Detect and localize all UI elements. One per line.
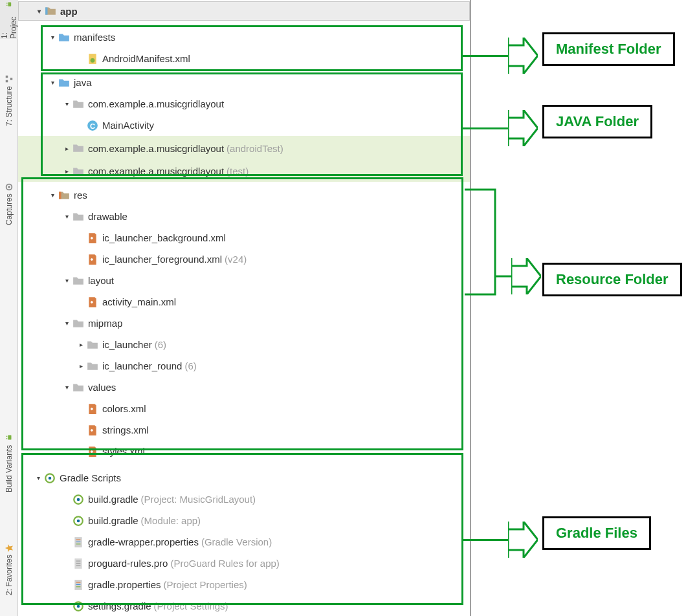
callout-gradle: Gradle Files [542, 516, 651, 550]
tree-label: gradle-wrapper.properties [88, 536, 199, 547]
arrow-manifest [463, 38, 538, 74]
tree-node-drawable[interactable]: ▾ drawable [18, 206, 470, 227]
package-icon [72, 142, 84, 154]
tree-file-build-gradle-module[interactable]: ▾ build.gradle (Module: app) [18, 510, 470, 531]
caret-right-icon[interactable]: ▸ [75, 360, 87, 372]
properties-file-icon [72, 536, 84, 548]
caret-right-icon[interactable]: ▸ [75, 339, 87, 351]
xml-file-icon [87, 446, 98, 457]
tree-file-gradle-properties[interactable]: ▾ gradle.properties (Project Properties) [18, 574, 470, 595]
tree-root-app[interactable]: ▾ app [18, 1, 470, 21]
folder-icon [72, 382, 84, 393]
tree-label: app [60, 6, 78, 17]
callout-manifest: Manifest Folder [542, 32, 675, 66]
caret-down-icon[interactable]: ▾ [61, 211, 72, 223]
tree-node-ic-launcher[interactable]: ▸ ic_launcher (6) [18, 334, 470, 355]
structure-tab[interactable]: 7: Structure [0, 58, 18, 142]
favorites-tab[interactable]: 2: Favorites [0, 531, 18, 608]
captures-tab[interactable]: Captures [0, 168, 18, 239]
folder-icon [72, 211, 84, 223]
tree-node-layout[interactable]: ▾ layout [18, 270, 470, 291]
tree-node-mipmap[interactable]: ▾ mipmap [18, 313, 470, 334]
captures-tab-label: Captures [5, 194, 14, 226]
project-tab[interactable]: 1: Projec [0, 0, 18, 39]
tree-file-styles[interactable]: ▾ styles.xml [18, 441, 470, 462]
structure-icon [5, 74, 14, 83]
tree-file-launcher-fg[interactable]: ▾ ic_launcher_foreground.xml (v24) [18, 248, 470, 270]
tree-file-proguard-rules[interactable]: ▾ proguard-rules.pro (ProGuard Rules for… [18, 553, 470, 574]
xml-file-icon [87, 296, 98, 308]
caret-down-icon[interactable]: ▾ [47, 190, 58, 201]
star-icon [5, 544, 14, 553]
callout-label: Manifest Folder [556, 41, 661, 57]
tree-node-manifests[interactable]: ▾ manifests [18, 27, 470, 48]
tree-label: res [74, 190, 87, 201]
build-variants-tab[interactable]: Build Variants [0, 414, 18, 511]
tree-label: MainActivity [102, 120, 154, 131]
caret-down-icon[interactable]: ▾ [47, 77, 58, 89]
tree-node-values[interactable]: ▾ values [18, 377, 470, 398]
tree-node-package-androidtest[interactable]: ▸ com.example.a.musicgridlayout (android… [18, 136, 470, 160]
tree-file-strings[interactable]: ▾ strings.xml [18, 419, 470, 441]
tree-hint: (androidTest) [227, 143, 283, 154]
caret-right-icon[interactable]: ▸ [61, 142, 72, 154]
arrow-resource-bracket [463, 184, 547, 430]
gradle-icon [72, 494, 84, 505]
project-tree-panel: ▾ app ▾ manifests ▾ AndroidManifest.xml … [18, 0, 471, 616]
tree-node-package-test[interactable]: ▸ com.example.a.musicgridlayout (test) [18, 160, 470, 182]
gradle-icon [72, 515, 84, 527]
tool-window-gutter: 1: Projec 7: Structure Captures Build Va… [0, 0, 18, 616]
tree-node-gradle-scripts[interactable]: ▾ Gradle Scripts [18, 467, 470, 489]
tree-label: ic_launcher_background.xml [102, 232, 226, 243]
caret-down-icon[interactable]: ▾ [61, 275, 72, 287]
structure-tab-label: 7: Structure [5, 86, 14, 126]
tree-label: activity_main.xml [102, 296, 176, 307]
tree-label: styles.xml [102, 446, 145, 457]
tree-file-gradle-wrapper-properties[interactable]: ▾ gradle-wrapper.properties (Gradle Vers… [18, 531, 470, 553]
tree-label: colors.xml [102, 403, 146, 414]
tree-label: values [88, 382, 116, 393]
arrow-resource [511, 258, 541, 294]
callout-label: Gradle Files [556, 525, 637, 541]
tree-label: ic_launcher [102, 339, 152, 350]
tree-label: Gradle Scripts [60, 472, 121, 483]
tree-label: build.gradle [88, 494, 138, 505]
folder-icon [87, 360, 98, 372]
favorites-tab-label: 2: Favorites [5, 555, 14, 596]
tree-label: com.example.a.musicgridlayout [88, 166, 224, 177]
res-folder-icon [58, 190, 70, 201]
tree-hint: (Project: MusicGridLayout) [141, 494, 256, 505]
caret-down-icon[interactable]: ▾ [33, 5, 45, 17]
tree-node-java[interactable]: ▾ java [18, 72, 470, 93]
xml-file-icon [87, 424, 98, 436]
tree-label: build.gradle [88, 515, 138, 526]
tree-node-ic-launcher-round[interactable]: ▸ ic_launcher_round (6) [18, 355, 470, 377]
caret-down-icon[interactable]: ▾ [32, 472, 44, 484]
tree-file-activity-main[interactable]: ▾ activity_main.xml [18, 291, 470, 313]
class-icon [87, 120, 98, 131]
caret-down-icon[interactable]: ▾ [61, 318, 72, 329]
caret-right-icon[interactable]: ▸ [61, 166, 72, 177]
tree-file-build-gradle-project[interactable]: ▾ build.gradle (Project: MusicGridLayout… [18, 489, 470, 510]
caret-down-icon[interactable]: ▾ [61, 98, 72, 110]
caret-down-icon[interactable]: ▾ [47, 32, 58, 43]
capture-icon [5, 182, 14, 192]
xml-file-icon [87, 403, 98, 415]
xml-file-icon [87, 254, 98, 265]
folder-icon [58, 77, 70, 89]
caret-down-icon[interactable]: ▾ [61, 382, 72, 393]
module-folder-icon [45, 5, 56, 17]
tree-label: strings.xml [102, 424, 149, 435]
tree-label: proguard-rules.pro [88, 558, 168, 569]
tree-file-launcher-bg[interactable]: ▾ ic_launcher_background.xml [18, 227, 470, 248]
callout-java: JAVA Folder [542, 105, 652, 138]
tree-file-main-activity[interactable]: ▾ MainActivity [18, 115, 470, 136]
android-icon [5, 433, 14, 442]
tree-file-colors[interactable]: ▾ colors.xml [18, 398, 470, 419]
folder-icon [58, 32, 70, 43]
tree-label: com.example.a.musicgridlayout [88, 98, 224, 109]
tree-file-settings-gradle[interactable]: ▾ settings.gradle (Project Settings) [18, 595, 470, 616]
tree-file-android-manifest[interactable]: ▾ AndroidManifest.xml [18, 48, 470, 69]
tree-node-package-main[interactable]: ▾ com.example.a.musicgridlayout [18, 93, 470, 115]
tree-node-res[interactable]: ▾ res [18, 184, 470, 206]
